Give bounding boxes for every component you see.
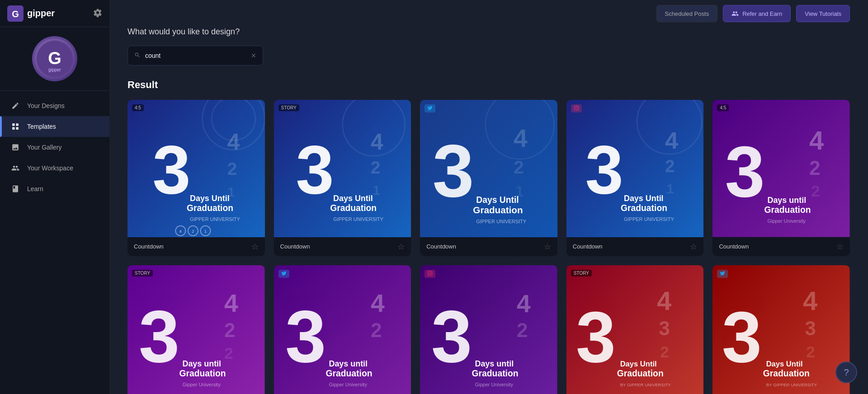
- svg-text:3: 3: [152, 131, 190, 208]
- star-icon-4[interactable]: ☆: [690, 242, 697, 252]
- refer-icon: [731, 10, 739, 17]
- page-title: What would you like to design?: [127, 27, 850, 37]
- search-bar: ✕: [127, 46, 263, 66]
- gipper-logo: G gipper: [7, 5, 55, 22]
- star-icon-5[interactable]: ☆: [836, 242, 844, 252]
- book-icon: [11, 184, 20, 193]
- card-thumb-1: 3 4 2 1 Days Until Graduation GIPPER UNI…: [127, 100, 265, 237]
- svg-text:2: 2: [224, 344, 233, 362]
- card-footer-3: Countdown ☆: [420, 237, 557, 256]
- svg-text:3: 3: [285, 296, 326, 378]
- svg-text:GIPPER UNIVERSITY: GIPPER UNIVERSITY: [476, 219, 527, 224]
- sidebar-header: G gipper: [0, 0, 109, 27]
- svg-text:2: 2: [192, 229, 194, 234]
- svg-text:2: 2: [227, 159, 237, 178]
- svg-text:Days Until: Days Until: [620, 359, 656, 368]
- nav-divider: [0, 90, 109, 91]
- card-badge-5: 4:5: [717, 104, 729, 111]
- gipper-logo-text: gipper: [27, 8, 55, 19]
- svg-text:3: 3: [296, 131, 334, 208]
- star-icon-3[interactable]: ☆: [544, 242, 551, 252]
- template-card-3[interactable]: 3 4 2 1 Days Until Graduation GIPPER UNI…: [420, 100, 557, 256]
- search-input[interactable]: [145, 52, 246, 59]
- clear-search-icon[interactable]: ✕: [251, 52, 256, 59]
- sidebar-item-your-gallery[interactable]: Your Gallery: [0, 137, 109, 158]
- scheduled-posts-button[interactable]: Scheduled Posts: [656, 5, 718, 22]
- avatar: G gipper: [32, 36, 77, 81]
- svg-point-75: [429, 272, 431, 274]
- svg-text:3: 3: [576, 297, 615, 377]
- svg-text:2: 2: [811, 182, 820, 200]
- svg-text:Days Until: Days Until: [476, 195, 519, 205]
- template-card-5[interactable]: 4:5 4 3 2 2: [712, 100, 850, 256]
- card-label-5: Countdown: [719, 243, 749, 250]
- svg-text:4: 4: [179, 229, 182, 234]
- svg-text:G: G: [12, 9, 19, 19]
- sidebar-item-your-gallery-label: Your Gallery: [27, 144, 62, 151]
- svg-text:2: 2: [370, 158, 380, 177]
- svg-text:Gipper University: Gipper University: [768, 218, 806, 224]
- pencil-icon: [11, 101, 20, 110]
- svg-text:3: 3: [139, 296, 180, 378]
- template-card-8[interactable]: 4 3 2 Days until Graduation Gipper Unive…: [420, 265, 557, 394]
- svg-rect-74: [428, 271, 432, 276]
- svg-text:2: 2: [806, 343, 815, 361]
- svg-text:Graduation: Graduation: [179, 368, 226, 378]
- card-footer-4: Countdown ☆: [566, 237, 704, 256]
- svg-text:1: 1: [666, 181, 674, 196]
- svg-text:Graduation: Graduation: [187, 203, 233, 213]
- result-label: Result: [127, 79, 850, 91]
- template-card-9[interactable]: STORY 4 3 3 2: [566, 265, 704, 394]
- template-card-10[interactable]: 4 3 3 2 Days Until Graduation BY GIPPER …: [712, 265, 850, 394]
- sidebar-item-templates-label: Templates: [27, 123, 56, 130]
- card-footer-1: Countdown ☆: [127, 237, 265, 256]
- svg-text:Days until: Days until: [768, 196, 807, 205]
- svg-text:Days until: Days until: [329, 359, 368, 368]
- help-button[interactable]: ?: [835, 361, 857, 383]
- svg-text:4: 4: [809, 126, 824, 155]
- template-card-6[interactable]: STORY 4 3 2 2: [127, 265, 265, 394]
- card-thumb-4: 3 4 2 1 Days Until Graduation GIPPER UNI…: [566, 100, 704, 237]
- settings-icon[interactable]: [93, 8, 102, 19]
- svg-text:Graduation: Graduation: [472, 368, 519, 378]
- template-card-7[interactable]: 4 3 2 Days until Graduation Gipper Unive…: [274, 265, 411, 394]
- template-card-1[interactable]: 4:5 3: [127, 100, 265, 256]
- card-thumb-9: 4 3 3 2 Days Until Graduation BY GIPPER …: [566, 265, 704, 394]
- sidebar-item-your-workspace-label: Your Workspace: [27, 164, 73, 172]
- svg-text:4: 4: [665, 127, 678, 154]
- svg-text:1: 1: [204, 229, 207, 234]
- svg-text:Graduation: Graduation: [617, 368, 664, 378]
- star-icon-1[interactable]: ☆: [251, 242, 259, 252]
- card-thumb-6: 4 3 2 2 Days until Graduation Gipper Uni…: [127, 265, 265, 394]
- sidebar-item-your-designs[interactable]: Your Designs: [0, 95, 109, 116]
- main-content: Scheduled Posts Refer and Earn View Tuto…: [109, 0, 868, 394]
- svg-text:3: 3: [805, 317, 816, 339]
- sidebar-item-learn[interactable]: Learn: [0, 178, 109, 199]
- refer-earn-button[interactable]: Refer and Earn: [723, 5, 791, 22]
- sidebar-item-your-workspace[interactable]: Your Workspace: [0, 158, 109, 178]
- card-label-4: Countdown: [573, 243, 603, 250]
- sidebar-item-templates[interactable]: Templates: [0, 116, 109, 137]
- view-tutorials-button[interactable]: View Tutorials: [796, 5, 850, 22]
- search-icon: [134, 52, 141, 60]
- svg-text:3: 3: [659, 317, 670, 339]
- svg-text:4: 4: [224, 289, 238, 317]
- svg-text:2: 2: [224, 319, 236, 341]
- svg-rect-39: [574, 106, 579, 110]
- card-thumb-5: 4 3 2 2 Days until Graduation Gipper Uni…: [712, 100, 850, 237]
- template-card-4[interactable]: 3 4 2 1 Days Until Graduation GIPPER UNI…: [566, 100, 704, 256]
- svg-text:4: 4: [517, 289, 531, 317]
- star-icon-2[interactable]: ☆: [397, 242, 405, 252]
- card-thumb-2: 3 4 2 1 Days Until Graduation GIPPER UNI…: [274, 100, 411, 237]
- svg-text:Graduation: Graduation: [764, 205, 811, 215]
- svg-text:Days Until: Days Until: [624, 194, 664, 203]
- card-badge-4: [571, 104, 582, 113]
- svg-text:4: 4: [657, 286, 671, 315]
- template-card-2[interactable]: STORY 3 4 2: [274, 100, 411, 256]
- card-badge-3: [425, 104, 435, 113]
- svg-text:Days Until: Days Until: [766, 359, 803, 368]
- svg-text:4: 4: [370, 289, 384, 317]
- avatar-image: G gipper: [34, 38, 75, 79]
- svg-text:Days until: Days until: [475, 359, 514, 368]
- card-label-2: Countdown: [280, 243, 310, 250]
